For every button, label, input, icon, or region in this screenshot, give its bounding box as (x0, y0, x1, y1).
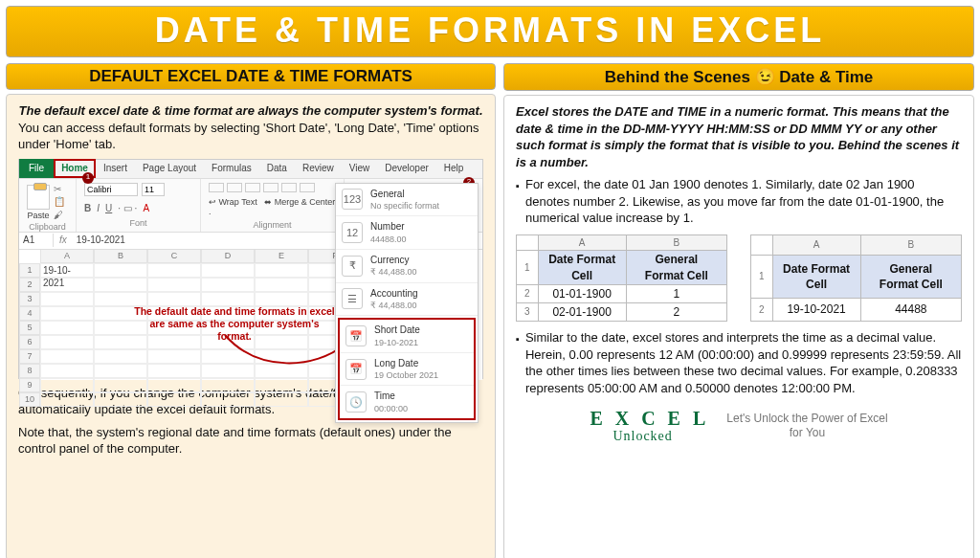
panel-behind-scenes: Behind the Scenes 😉 Date & Time Excel st… (503, 63, 974, 558)
group-font: B I U · ▭ · A Font (77, 179, 201, 232)
row-8[interactable]: 8 (19, 364, 40, 378)
alignment-label: Alignment (209, 219, 336, 231)
time-icon: 🕓 (345, 391, 367, 413)
row-3[interactable]: 3 (19, 292, 40, 306)
row-10[interactable]: 10 (19, 392, 40, 407)
bullet-date-serial: For excel, the date 01 Jan 1900 denotes … (516, 176, 962, 227)
intro-bold-right: Excel stores the DATE and TIME in a nume… (516, 103, 962, 170)
brand-row: E X C E L Unlocked Let's Unlock the Powe… (516, 406, 962, 446)
tab-page-layout[interactable]: Page Layout (135, 159, 204, 178)
row-9[interactable]: 9 (19, 378, 40, 392)
dd-general[interactable]: 123GeneralNo specific format (336, 184, 478, 217)
group-clipboard: Paste ✂📋🖌 Clipboard (19, 179, 77, 232)
cell-a1[interactable]: 19-10-2021 (40, 263, 94, 278)
row-4[interactable]: 4 (19, 306, 40, 321)
tables-row: AB 1Date Format CellGeneral Format Cell … (516, 234, 962, 322)
dd-highlighted-box: 📅Short Date19-10-2021 📅Long Date19 Octob… (338, 318, 476, 420)
short-date-icon: 📅 (345, 325, 367, 346)
tab-developer[interactable]: Developer (377, 159, 436, 178)
align-buttons[interactable] (209, 183, 336, 192)
font-name-input[interactable] (84, 183, 138, 196)
panel-heading-right: Behind the Scenes 😉 Date & Time (503, 63, 974, 91)
tab-help[interactable]: Help (436, 159, 472, 178)
formula-value[interactable]: 19-10-2021 (73, 234, 129, 247)
tab-insert[interactable]: Insert (96, 159, 135, 178)
page-title: DATE & TIME FORMATS IN EXCEL (6, 6, 974, 57)
table-2021: AB 1Date Format CellGeneral Format Cell … (750, 234, 962, 322)
col-c[interactable]: C (147, 250, 201, 263)
panel-body-left: The default excel date & time format are… (6, 94, 496, 558)
font-style-buttons[interactable]: B I U · ▭ · A (84, 202, 192, 215)
long-date-icon: 📅 (345, 359, 367, 380)
table-1900: AB 1Date Format CellGeneral Format Cell … (516, 234, 727, 322)
number-format-dropdown: 123GeneralNo specific format 12Number444… (335, 183, 479, 423)
group-alignment: ↩ Wrap Text ⬌ Merge & Center · Alignment (201, 179, 345, 232)
annotation-arrow-icon (220, 330, 354, 378)
intro-bold-left: The default excel date & time format are… (18, 102, 483, 120)
row-5[interactable]: 5 (19, 321, 40, 335)
tab-data[interactable]: Data (259, 159, 295, 178)
fx-icon[interactable]: fx (54, 234, 73, 247)
currency-icon: ₹ (342, 256, 363, 277)
row-1[interactable]: 1 (19, 263, 40, 278)
accounting-icon: ☰ (342, 288, 363, 309)
panel-default-formats: DEFAULT EXCEL DATE & TIME FORMATS The de… (6, 63, 496, 558)
col-e[interactable]: E (255, 250, 308, 263)
bullet-time-decimal: Similar to the date, excel stores and in… (516, 329, 962, 396)
dd-accounting[interactable]: ☰Accounting₹ 44,488.00 (336, 283, 478, 317)
callout-badge-1: 1 (82, 172, 94, 184)
dd-time[interactable]: 🕓Time00:00:00 (340, 386, 474, 418)
brand-logo: E X C E L Unlocked (590, 406, 709, 446)
tab-formulas[interactable]: Formulas (204, 159, 259, 178)
paste-icon[interactable] (27, 185, 50, 210)
dd-currency[interactable]: ₹Currency₹ 44,488.00 (336, 250, 478, 283)
columns: DEFAULT EXCEL DATE & TIME FORMATS The de… (6, 63, 974, 558)
col-d[interactable]: D (201, 250, 255, 263)
brand-name: E X C E L (590, 406, 709, 432)
col-b[interactable]: B (94, 250, 147, 263)
row-6[interactable]: 6 (19, 335, 40, 349)
paste-label: Paste (27, 210, 50, 221)
dd-long-date[interactable]: 📅Long Date19 October 2021 (340, 353, 474, 387)
col-a[interactable]: A (40, 250, 94, 263)
row-2[interactable]: 2 (19, 278, 40, 292)
tab-review[interactable]: Review (295, 159, 342, 178)
brand-tagline: Let's Unlock the Power of Excel for You (726, 412, 887, 441)
tab-file[interactable]: File (19, 159, 54, 178)
dd-number[interactable]: 12Number44488.00 (336, 216, 478, 250)
para-note: Note that, the system's regional date an… (18, 424, 483, 458)
name-box[interactable]: A1 (19, 234, 54, 247)
row-7[interactable]: 7 (19, 349, 40, 364)
panel-body-right: Excel stores the DATE and TIME in a nume… (503, 95, 974, 558)
font-size-input[interactable] (142, 183, 165, 196)
font-label: Font (84, 217, 192, 229)
intro-rest-left: You can access default formats by select… (18, 120, 483, 153)
excel-screenshot: File Home Insert Page Layout Formulas Da… (18, 159, 483, 379)
wrap-text-button[interactable]: ↩ Wrap Text (209, 197, 257, 207)
number-icon: 12 (342, 222, 363, 243)
panel-heading-left: DEFAULT EXCEL DATE & TIME FORMATS (6, 63, 496, 90)
tab-view[interactable]: View (342, 159, 378, 178)
dd-short-date[interactable]: 📅Short Date19-10-2021 (340, 320, 474, 353)
general-icon: 123 (342, 189, 363, 210)
clipboard-label: Clipboard (27, 221, 68, 233)
